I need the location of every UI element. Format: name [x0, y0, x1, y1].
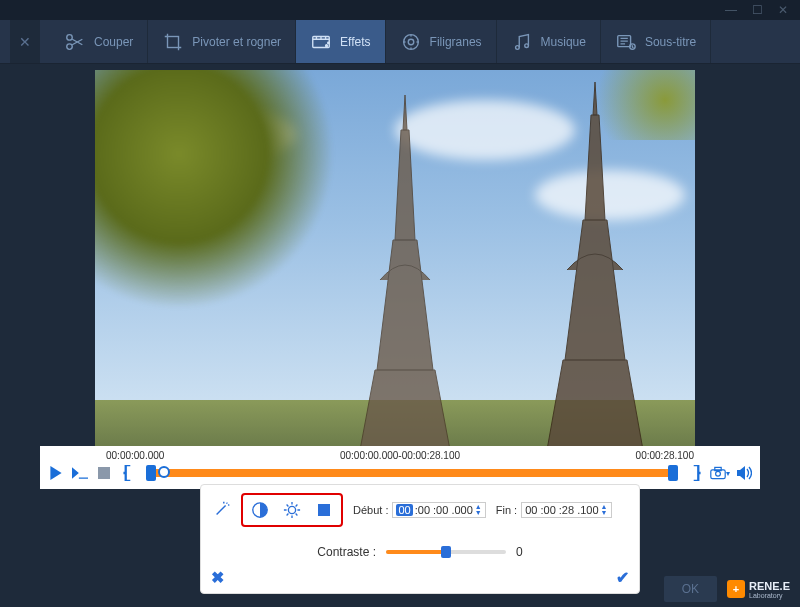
- stop-icon: [98, 467, 110, 479]
- fin-input[interactable]: 00 :00 :28 .100 ▲▼: [521, 502, 611, 518]
- plus-icon: +: [727, 580, 745, 598]
- snapshot-button[interactable]: ▾: [710, 463, 730, 483]
- fin-label: Fin :: [496, 504, 517, 516]
- footer: OK + RENE.E Laboratory: [664, 571, 800, 607]
- tab-label: Couper: [94, 35, 133, 49]
- music-icon: [511, 31, 533, 53]
- fin-spinner[interactable]: ▲▼: [601, 504, 608, 516]
- bracket-left-button[interactable]: [118, 463, 138, 483]
- brand-name: RENE.E: [749, 580, 790, 592]
- tab-musique[interactable]: Musique: [497, 20, 601, 63]
- tab-filigranes[interactable]: Filigranes: [386, 20, 497, 63]
- bracket-right-icon: [691, 465, 701, 481]
- contrast-icon: [251, 501, 269, 519]
- maximize-button[interactable]: ☐: [746, 3, 768, 17]
- timeline: 00:00:00.000 00:00:00.000-00:00:28.100 0…: [40, 446, 760, 489]
- tab-effets[interactable]: Effets: [296, 20, 385, 63]
- svg-point-14: [716, 471, 721, 476]
- bracket-right-button[interactable]: [686, 463, 706, 483]
- cancel-button[interactable]: ✖: [211, 568, 224, 587]
- svg-point-1: [67, 43, 73, 49]
- play-icon: [49, 466, 63, 480]
- timeline-range-label: 00:00:00.000-00:00:28.100: [340, 450, 460, 461]
- skip-icon: [72, 466, 88, 480]
- subtitle-icon: [615, 31, 637, 53]
- video-preview: [95, 70, 695, 450]
- bracket-left-icon: [123, 465, 133, 481]
- svg-point-8: [515, 45, 519, 49]
- watermark-icon: [400, 31, 422, 53]
- preview-content-icon: [325, 90, 485, 450]
- close-window-button[interactable]: ✕: [772, 3, 794, 17]
- play-button[interactable]: [46, 463, 66, 483]
- scissors-icon: [64, 31, 86, 53]
- svg-point-5: [328, 42, 329, 43]
- svg-rect-12: [98, 467, 110, 479]
- brand-subtitle: Laboratory: [749, 592, 790, 599]
- svg-point-17: [288, 506, 295, 513]
- crop-mode-button[interactable]: [313, 499, 335, 521]
- tab-label: Musique: [541, 35, 586, 49]
- wand-icon: [213, 500, 231, 518]
- tab-label: Filigranes: [430, 35, 482, 49]
- tab-label: Effets: [340, 35, 370, 49]
- sun-icon: [283, 501, 301, 519]
- svg-point-7: [408, 39, 414, 45]
- tab-label: Pivoter et rogner: [192, 35, 281, 49]
- ok-button[interactable]: OK: [664, 576, 717, 602]
- tab-pivoter[interactable]: Pivoter et rogner: [148, 20, 296, 63]
- tab-soustitre[interactable]: Sous-titre: [601, 20, 711, 63]
- effects-icon: [310, 31, 332, 53]
- brightness-mode-button[interactable]: [281, 499, 303, 521]
- effects-panel: Début : 00:00 :00 .000 ▲▼ Fin : 00 :00 :…: [200, 484, 640, 594]
- tab-label: Sous-titre: [645, 35, 696, 49]
- panel-close-button[interactable]: ✕: [10, 20, 40, 63]
- contrast-mode-button[interactable]: [249, 499, 271, 521]
- svg-point-9: [524, 43, 528, 47]
- svg-point-6: [403, 34, 418, 49]
- debut-spinner[interactable]: ▲▼: [475, 504, 482, 516]
- svg-rect-2: [168, 36, 179, 47]
- brand-logo: + RENE.E Laboratory: [727, 580, 790, 599]
- stop-button[interactable]: [94, 463, 114, 483]
- main-toolbar: ✕ Couper Pivoter et rogner Effets Filigr…: [0, 20, 800, 64]
- skip-button[interactable]: [70, 463, 90, 483]
- debut-label: Début :: [353, 504, 388, 516]
- debut-hours: 00: [396, 504, 412, 516]
- rotate-crop-icon: [162, 31, 184, 53]
- contrast-slider[interactable]: [386, 550, 506, 554]
- timeline-end-label: 00:00:28.100: [636, 450, 694, 461]
- volume-button[interactable]: [734, 463, 754, 483]
- titlebar: — ☐ ✕: [0, 0, 800, 20]
- effect-mode-group: [241, 493, 343, 527]
- square-icon: [316, 502, 332, 518]
- contrast-label: Contraste :: [317, 545, 376, 559]
- svg-rect-15: [715, 467, 721, 470]
- playhead[interactable]: [158, 466, 170, 478]
- debut-input[interactable]: 00:00 :00 .000 ▲▼: [392, 502, 485, 518]
- camera-icon: [710, 465, 726, 481]
- confirm-button[interactable]: ✔: [616, 568, 629, 587]
- tab-couper[interactable]: Couper: [50, 20, 148, 63]
- contrast-value: 0: [516, 545, 523, 559]
- slider-thumb[interactable]: [441, 546, 451, 558]
- magic-wand-button[interactable]: [213, 500, 231, 521]
- timeline-track[interactable]: [148, 469, 676, 477]
- timeline-start-label: 00:00:00.000: [106, 450, 164, 461]
- svg-rect-18: [318, 504, 330, 516]
- minimize-button[interactable]: —: [720, 3, 742, 17]
- svg-point-0: [67, 34, 73, 40]
- svg-point-4: [326, 44, 328, 46]
- speaker-icon: [736, 466, 752, 480]
